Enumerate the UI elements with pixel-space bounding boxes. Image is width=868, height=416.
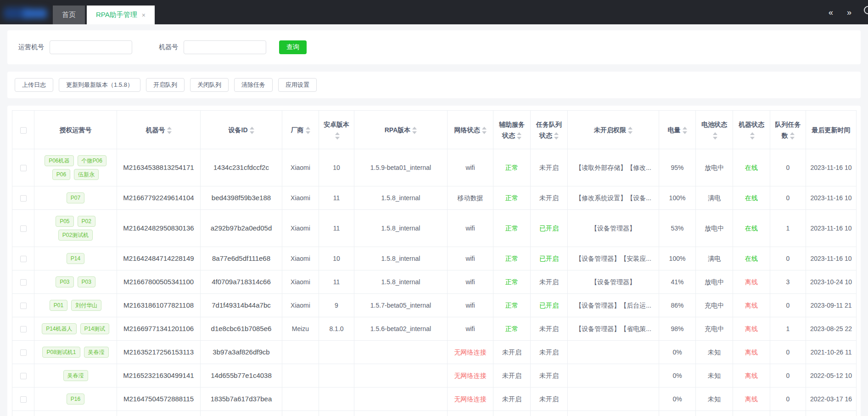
row-checkbox[interactable] — [20, 225, 27, 232]
cell-machine_state: 在线 — [733, 186, 770, 210]
column-header-machine_state[interactable]: 机器状态 — [733, 111, 770, 149]
table-row: P08测试机1吴春滢M216352172561531133b97a3af826d… — [12, 341, 857, 364]
action-button-更新到最新版本（1.5.8）[interactable]: 更新到最新版本（1.5.8） — [59, 78, 140, 92]
operator-no-input[interactable] — [50, 40, 132, 54]
cell-battery_state: 满电 — [696, 247, 733, 270]
table-row: P14M216424847142281498a77e6d5df111e68Xia… — [12, 247, 857, 270]
action-button-开启队列[interactable]: 开启队列 — [146, 78, 185, 92]
sort-caret-icon[interactable] — [554, 132, 559, 140]
operator-tag: P03 — [78, 276, 95, 287]
cell-battery_state: 充电中 — [696, 294, 733, 317]
cell-perms: 【设备管理器】 — [568, 270, 659, 294]
search-panel: 运营机号机器号 查询 — [7, 30, 861, 64]
cell-rpa: 1.5.7-beta05_internal — [354, 294, 448, 317]
sort-caret-icon[interactable] — [517, 132, 521, 140]
sort-caret-icon[interactable] — [790, 132, 795, 140]
cell-android — [319, 341, 354, 364]
column-label: 设备ID — [229, 126, 248, 134]
cell-network: wifi — [448, 247, 493, 270]
row-checkbox[interactable] — [20, 165, 27, 171]
row-checkbox[interactable] — [20, 303, 27, 309]
cell-updated: 2023-11-16 10 — [806, 247, 857, 270]
sort-caret-icon[interactable] — [306, 126, 310, 135]
select-all-checkbox[interactable] — [20, 127, 27, 134]
action-button-应用设置[interactable]: 应用设置 — [278, 78, 317, 92]
row-checkbox[interactable] — [20, 373, 27, 379]
cell-queue_tasks: 1 — [770, 210, 806, 247]
column-label: 电量 — [668, 126, 681, 134]
refresh-icon[interactable] — [864, 6, 868, 14]
cell-queue_tasks: 3 — [770, 270, 806, 294]
sort-caret-icon[interactable] — [713, 132, 717, 140]
action-button-关闭队列[interactable]: 关闭队列 — [190, 78, 229, 92]
cell-queue: 已开启 — [531, 247, 568, 270]
cell-updated: 2021-10-26 11 — [806, 341, 857, 364]
column-header-queue_tasks[interactable]: 队列任务数 — [770, 111, 806, 149]
row-checkbox[interactable] — [20, 256, 27, 262]
cell-rpa — [354, 341, 448, 364]
row-select-cell — [12, 247, 34, 270]
cell-assist: 正常 — [493, 186, 531, 210]
column-header-assist[interactable]: 辅助服务状态 — [493, 111, 531, 149]
operator-tag: P14机器人 — [42, 323, 76, 334]
cell-machine: M21669771341201106 — [117, 317, 201, 341]
column-header-battery[interactable]: 电量 — [659, 111, 696, 149]
cell-updated: 2022-07-19 10 — [806, 411, 857, 416]
cell-assist: 未开启 — [493, 364, 531, 388]
sort-caret-icon[interactable] — [335, 132, 340, 140]
column-header-vendor[interactable]: 厂商 — [282, 111, 319, 149]
row-select-cell — [12, 364, 34, 388]
action-button-上传日志[interactable]: 上传日志 — [15, 78, 53, 92]
operator-tag: P05 — [56, 216, 73, 227]
cell-machine_state: 在线 — [733, 149, 770, 186]
cell-updated: 2023-10-24 10 — [806, 270, 857, 294]
operator-tag: 吴春滢 — [63, 370, 88, 381]
sort-caret-icon[interactable] — [628, 126, 633, 135]
tab-RPA助手管理[interactable]: RPA助手管理× — [87, 6, 155, 24]
sort-caret-icon[interactable] — [250, 126, 254, 135]
cell-rpa: 1.5.9-beta01_internal — [354, 149, 448, 186]
row-checkbox[interactable] — [20, 195, 27, 202]
cell-perms: 【设备管理器】 — [568, 210, 659, 247]
cell-assist: 正常 — [493, 149, 531, 186]
sort-caret-icon[interactable] — [683, 126, 687, 135]
cell-rpa: 1.5.6-beta02_internal — [354, 317, 448, 341]
column-header-device[interactable]: 设备ID — [201, 111, 282, 149]
row-checkbox[interactable] — [20, 279, 27, 286]
column-header-perms[interactable]: 未开启权限 — [568, 111, 659, 149]
cell-queue: 未开启 — [531, 317, 568, 341]
sort-caret-icon[interactable] — [412, 126, 417, 135]
cell-tags: 吴春滢 — [34, 364, 117, 388]
sort-caret-icon[interactable] — [482, 126, 487, 135]
column-header-battery_state[interactable]: 电池状态 — [696, 111, 733, 149]
row-checkbox[interactable] — [20, 326, 27, 332]
cell-assist: 正常 — [493, 294, 531, 317]
cell-perms — [568, 388, 659, 411]
cell-battery: 0% — [659, 341, 696, 364]
row-checkbox[interactable] — [20, 396, 27, 403]
row-checkbox[interactable] — [20, 349, 27, 356]
sort-caret-icon[interactable] — [167, 126, 172, 135]
cell-android: 9 — [319, 294, 354, 317]
field-label: 运营机号 — [18, 43, 44, 51]
sort-caret-icon[interactable] — [750, 132, 755, 140]
operator-tags: P08测试机1吴春滢 — [38, 347, 113, 358]
action-button-清除任务[interactable]: 清除任务 — [234, 78, 273, 92]
column-header-network[interactable]: 网络状态 — [448, 111, 493, 149]
query-button[interactable]: 查询 — [279, 40, 307, 54]
column-header-queue[interactable]: 任务队列状态 — [531, 111, 568, 149]
search-field-machine-no: 机器号 — [159, 40, 266, 54]
machine-no-input[interactable] — [184, 40, 266, 54]
column-header-android[interactable]: 安卓版本 — [319, 111, 354, 149]
column-header-machine[interactable]: 机器号 — [117, 111, 201, 149]
close-tab-icon[interactable]: × — [142, 12, 146, 18]
cell-tags: P16 — [34, 388, 117, 411]
page-content: 运营机号机器号 查询 上传日志更新到最新版本（1.5.8）开启队列关闭队列清除任… — [0, 24, 868, 416]
cell-device: 1835b7a617d37bea — [201, 388, 282, 411]
column-header-rpa[interactable]: RPA版本 — [354, 111, 448, 149]
tab-首页[interactable]: 首页 — [53, 6, 85, 24]
cell-battery_state: 放电中 — [696, 270, 733, 294]
collapse-tabs-right-icon[interactable]: » — [847, 8, 851, 17]
search-field-operator-no: 运营机号 — [18, 40, 132, 54]
collapse-tabs-left-icon[interactable]: « — [829, 8, 833, 17]
